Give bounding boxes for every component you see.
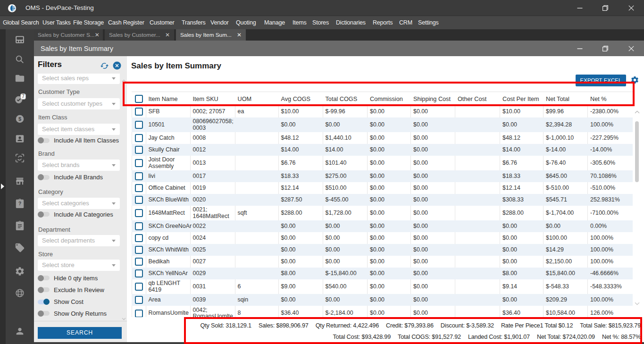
menu-item-settings[interactable]: Settings: [418, 16, 439, 29]
sidebar-item-folder[interactable]: [6, 73, 34, 84]
table-row[interactable]: Skully Chair0012$14.00$14.00$0.00$0.00$1…: [132, 144, 633, 156]
table-row[interactable]: Office Cabinet0019$12.14$510.00$0.00$0.0…: [132, 182, 633, 194]
filter-select-item-class[interactable]: Select item classes: [38, 124, 120, 135]
row-checkbox[interactable]: [135, 310, 143, 318]
row-checkbox[interactable]: [135, 246, 143, 254]
sidebar-item-dollar[interactable]: $: [6, 114, 34, 124]
sidebar-item-tasks[interactable]: 7: [6, 94, 34, 104]
tab-1[interactable]: Sales by Customer S...✕: [33, 29, 103, 41]
toggle-switch[interactable]: [38, 276, 50, 280]
table-scrollbar-thumb[interactable]: [635, 121, 639, 182]
table-row[interactable]: 1648MattRect0021; 1648MattRectsqft$288.0…: [132, 206, 633, 220]
filter-toggle-include-all-item-classes[interactable]: Include All Item Classes: [38, 137, 119, 144]
inner-close-button[interactable]: [623, 41, 639, 56]
sidebar-item-store[interactable]: [6, 176, 34, 186]
filter-toggle-include-all-brands[interactable]: Include All Brands: [38, 174, 103, 181]
menu-item-cash-register[interactable]: Cash Register: [108, 16, 144, 29]
table-row[interactable]: SKCh GreeNoAr0022$0.00$0.00$0.00$0.00$0.…: [132, 220, 633, 232]
row-checkbox[interactable]: [135, 222, 143, 230]
table-row[interactable]: Area0039sqin$0.00$0.00$0.00$0.00$0.00$20…: [132, 294, 633, 306]
sidebar-item-globe[interactable]: [6, 288, 34, 298]
row-checkbox[interactable]: [135, 121, 143, 129]
close-circle-icon[interactable]: [113, 61, 121, 70]
menu-item-vendor[interactable]: Vendor: [210, 16, 228, 29]
inner-maximize-restore-button[interactable]: [597, 41, 613, 56]
row-checkbox[interactable]: [135, 146, 143, 154]
menu-item-stores[interactable]: Stores: [312, 16, 329, 29]
toggle-switch[interactable]: [38, 138, 50, 143]
maximize-restore-button[interactable]: [597, 0, 613, 16]
table-row[interactable]: SKCh YellNoAr0029$8.00$-15,840.00$0.00$0…: [132, 268, 633, 279]
filter-toggle-include-all-categories[interactable]: Include All Categories: [38, 211, 113, 218]
row-checkbox[interactable]: [135, 283, 143, 291]
menu-item-items[interactable]: Items: [293, 16, 307, 29]
refresh-icon[interactable]: [100, 61, 109, 70]
sidebar-item-transfer[interactable]: [6, 153, 34, 163]
filter-toggle-hide-0-qty-items[interactable]: Hide 0 qty items: [38, 275, 98, 281]
table-row[interactable]: Joist Door Assembly0013$6.76$101.40$0.00…: [132, 156, 633, 170]
filter-select-store[interactable]: Select store: [38, 260, 120, 271]
table-row[interactable]: livi0017$18.33$275.00$0.00$0.00$18.33$64…: [132, 170, 633, 182]
toggle-switch[interactable]: [38, 212, 50, 217]
sidebar-item-clipboard-question[interactable]: ?: [6, 198, 34, 209]
tab-3[interactable]: Sales by Item Sum...✕: [176, 29, 246, 41]
flyout-arrow-icon[interactable]: [1, 184, 4, 189]
row-checkbox[interactable]: [135, 209, 143, 217]
row-checkbox[interactable]: [135, 296, 143, 304]
sidebar-item-tag[interactable]: [6, 243, 34, 253]
row-checkbox[interactable]: [135, 184, 143, 192]
table-row[interactable]: copy cd0024$0.00$0.00$0.00$0.00$0.00$100…: [132, 232, 633, 244]
tab-2[interactable]: Sales by Customer...✕: [105, 29, 174, 41]
inner-minimize-button[interactable]: [572, 41, 588, 56]
row-checkbox[interactable]: [135, 269, 143, 277]
menu-item-manage[interactable]: Manage: [264, 16, 285, 29]
filter-select-department[interactable]: Select departments: [38, 235, 120, 246]
toggle-switch[interactable]: [38, 311, 50, 316]
table-row[interactable]: SFB0002; 27057ea$10.00$-99.96$0.00$0.00$…: [132, 106, 633, 117]
row-checkbox[interactable]: [135, 258, 143, 266]
filter-select-brand[interactable]: Select brands: [38, 159, 120, 171]
toggle-switch[interactable]: [38, 300, 50, 304]
filter-select-customer-type[interactable]: Select customer types: [38, 98, 120, 109]
menu-item-transfers[interactable]: Transfers: [182, 16, 206, 29]
row-checkbox[interactable]: [135, 159, 143, 167]
close-button[interactable]: [623, 0, 639, 16]
filter-select-sales-reps[interactable]: Select sales reps: [38, 74, 120, 84]
menu-item-user-tasks[interactable]: User Tasks: [42, 16, 71, 29]
row-checkbox[interactable]: [135, 134, 143, 142]
minimize-button[interactable]: [572, 0, 588, 16]
tab-close-icon[interactable]: ✕: [237, 32, 242, 38]
menu-item-crm[interactable]: CRM: [399, 16, 412, 29]
table-scroll-down-icon[interactable]: [635, 299, 640, 307]
sidebar-item-clipboard[interactable]: [6, 220, 34, 231]
search-button[interactable]: SEARCH: [38, 327, 122, 339]
filter-toggle-show-cost[interactable]: Show Cost: [38, 299, 84, 305]
filter-select-category[interactable]: Select categories: [38, 198, 120, 209]
menu-item-reports[interactable]: Reports: [373, 16, 393, 29]
row-checkbox[interactable]: [135, 196, 143, 204]
tab-close-icon[interactable]: ✕: [95, 32, 100, 38]
table-row[interactable]: qb LENGHT 641900316$9.00$540.00$0.00$0.0…: [132, 279, 633, 294]
tab-close-icon[interactable]: ✕: [165, 32, 170, 38]
row-checkbox[interactable]: [135, 172, 143, 180]
table-row[interactable]: SKCh WhitWith0025$0.00$0.00$0.00$0.00$0.…: [132, 244, 633, 256]
filter-toggle-exclude-in-review[interactable]: Exclude In Review: [38, 286, 104, 293]
row-checkbox[interactable]: [135, 108, 143, 116]
table-row[interactable]: Bedikah0027$0.00$0.00$0.00$0.00$0.00$2,1…: [132, 256, 633, 268]
sidebar-item-search[interactable]: [6, 54, 34, 65]
toggle-switch[interactable]: [38, 175, 50, 180]
table-scroll-up-icon[interactable]: [635, 107, 640, 116]
menu-item-dictionaries[interactable]: Dictionaries: [336, 16, 366, 29]
menu-item-customer[interactable]: Customer: [150, 16, 175, 29]
menu-item-quoting[interactable]: Quoting: [236, 16, 256, 29]
table-row[interactable]: SKCh BlueWith0020$287.50$-455.00$0.00$0.…: [132, 194, 633, 206]
sidebar-item-dashboard[interactable]: [6, 34, 34, 45]
row-checkbox[interactable]: [135, 234, 143, 242]
filter-toggle-show-only-returns[interactable]: Show Only Returns: [38, 310, 107, 317]
sidebar-item-contact[interactable]: [6, 134, 34, 144]
menu-item-file-storage[interactable]: File Storage: [73, 16, 104, 29]
table-row[interactable]: 10501080696027058; 0003$0.00$0.00$0.00$0…: [132, 117, 633, 132]
menu-item-global-search[interactable]: Global Search: [3, 16, 39, 29]
table-row[interactable]: Jay Catch0008$48.12$1,440.10$0.00$0.00$4…: [132, 132, 633, 144]
sidebar-item-user[interactable]: [6, 326, 34, 336]
